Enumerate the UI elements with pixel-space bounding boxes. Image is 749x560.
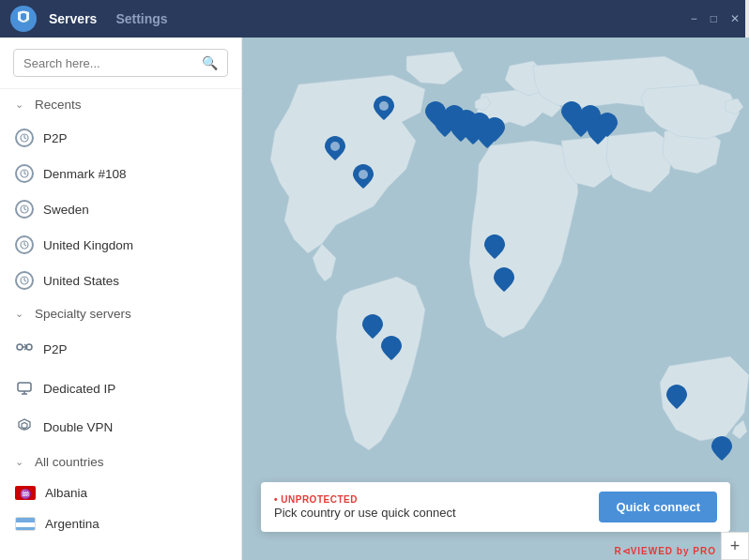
map-pin[interactable] xyxy=(484,117,505,142)
sidebar-item-label: United States xyxy=(43,274,119,288)
map-pin[interactable] xyxy=(494,267,514,292)
title-bar: Servers Settings − □ ✕ xyxy=(0,0,749,38)
status-label: • UNPROTECTED xyxy=(274,494,599,505)
map-pin[interactable] xyxy=(362,314,383,339)
main-content: 🔍 ⌄ Recents P2P xyxy=(0,38,749,560)
clock-icon xyxy=(15,164,34,183)
map-pin[interactable] xyxy=(381,336,402,360)
svg-point-25 xyxy=(379,101,389,111)
svg-line-3 xyxy=(24,138,26,139)
sidebar-item-us[interactable]: United States xyxy=(0,263,241,298)
sidebar-item-label: Denmark #108 xyxy=(43,167,127,181)
section-all-countries[interactable]: ⌄ All countries xyxy=(0,446,241,477)
search-container: 🔍 xyxy=(0,38,241,89)
map-pin[interactable] xyxy=(711,436,732,461)
sidebar-item-denmark[interactable]: Denmark #108 xyxy=(0,156,241,191)
status-desc: Pick country or use quick connect xyxy=(274,506,599,520)
sidebar-item-label: Dedicated IP xyxy=(43,382,115,396)
section-recents[interactable]: ⌄ Recents xyxy=(0,89,241,120)
search-box[interactable]: 🔍 xyxy=(13,49,228,77)
sidebar-item-label: Argentina xyxy=(45,517,99,531)
close-button[interactable]: ✕ xyxy=(730,12,740,25)
svg-line-6 xyxy=(24,174,26,174)
sidebar-item-argentina[interactable]: Argentina xyxy=(0,508,241,539)
svg-line-15 xyxy=(24,280,26,281)
search-input[interactable] xyxy=(23,56,202,70)
search-icon: 🔍 xyxy=(202,55,218,70)
sidebar-item-label: Sweden xyxy=(43,203,89,217)
sidebar-item-sweden[interactable]: Sweden xyxy=(0,191,241,227)
sidebar-item-p2p-recent[interactable]: P2P xyxy=(0,120,241,156)
sidebar-item-label: P2P xyxy=(43,342,68,356)
nav-settings[interactable]: Settings xyxy=(115,11,167,26)
window-controls: − □ ✕ xyxy=(691,12,740,25)
svg-point-23 xyxy=(330,142,340,151)
sidebar-item-label: P2P xyxy=(43,131,68,145)
chevron-down-icon: ⌄ xyxy=(15,98,23,111)
sidebar-item-label: United Kingdom xyxy=(43,238,133,252)
map-pin[interactable] xyxy=(353,164,374,189)
map-pin[interactable] xyxy=(325,136,345,160)
sidebar-item-double-vpn[interactable]: Double VPN xyxy=(0,408,241,446)
clock-icon xyxy=(15,200,34,219)
section-specialty-label: Specialty servers xyxy=(35,307,131,321)
sidebar-item-uk[interactable]: United Kingdom xyxy=(0,227,241,263)
sidebar-item-label: Double VPN xyxy=(43,420,113,434)
watermark: R⊲VIEWED by PRO xyxy=(614,546,716,556)
clock-icon xyxy=(15,235,34,254)
sidebar-item-albania[interactable]: ♒ Albania xyxy=(0,477,241,508)
double-vpn-icon xyxy=(15,416,34,438)
app-window: Servers Settings − □ ✕ 🔍 ⌄ xyxy=(0,0,749,560)
clock-icon xyxy=(15,129,34,147)
chevron-down-icon: ⌄ xyxy=(15,308,23,320)
sidebar-item-dedicated[interactable]: Dedicated IP xyxy=(0,369,241,408)
section-recents-label: Recents xyxy=(35,98,82,112)
sidebar: 🔍 ⌄ Recents P2P xyxy=(0,38,242,560)
map-pin[interactable] xyxy=(666,385,687,409)
clock-icon xyxy=(15,271,34,290)
svg-line-12 xyxy=(24,245,26,246)
sidebar-item-p2p[interactable]: P2P xyxy=(0,329,241,369)
sidebar-list: ⌄ Recents P2P Denmark #108 xyxy=(0,89,241,560)
status-bar: • UNPROTECTED Pick country or use quick … xyxy=(261,482,730,532)
section-specialty[interactable]: ⌄ Specialty servers xyxy=(0,298,241,329)
quick-connect-button[interactable]: Quick connect xyxy=(599,492,717,522)
svg-line-9 xyxy=(24,209,26,210)
nav-tabs: Servers Settings xyxy=(49,11,691,26)
sidebar-item-label: Albania xyxy=(45,486,87,500)
maximize-button[interactable]: □ xyxy=(711,12,717,25)
chevron-down-icon: ⌄ xyxy=(15,456,23,468)
albania-flag-icon: ♒ xyxy=(15,486,36,500)
svg-point-24 xyxy=(359,170,368,179)
svg-rect-19 xyxy=(18,383,31,391)
nav-servers[interactable]: Servers xyxy=(49,11,97,26)
add-button[interactable]: + xyxy=(721,532,749,560)
svg-point-16 xyxy=(17,344,23,350)
status-text: • UNPROTECTED Pick country or use quick … xyxy=(274,494,599,520)
map-panel: .ocean { fill: #a8c4d0; } .land { fill: … xyxy=(242,38,749,560)
dedicated-icon xyxy=(15,377,34,400)
map-pin[interactable] xyxy=(374,96,394,120)
map-pin[interactable] xyxy=(484,235,505,259)
minimize-button[interactable]: − xyxy=(691,12,697,25)
map-pin[interactable] xyxy=(597,113,618,137)
section-countries-label: All countries xyxy=(35,455,104,469)
app-logo xyxy=(9,5,38,33)
p2p-icon xyxy=(15,338,34,360)
argentina-flag-icon xyxy=(15,517,36,531)
